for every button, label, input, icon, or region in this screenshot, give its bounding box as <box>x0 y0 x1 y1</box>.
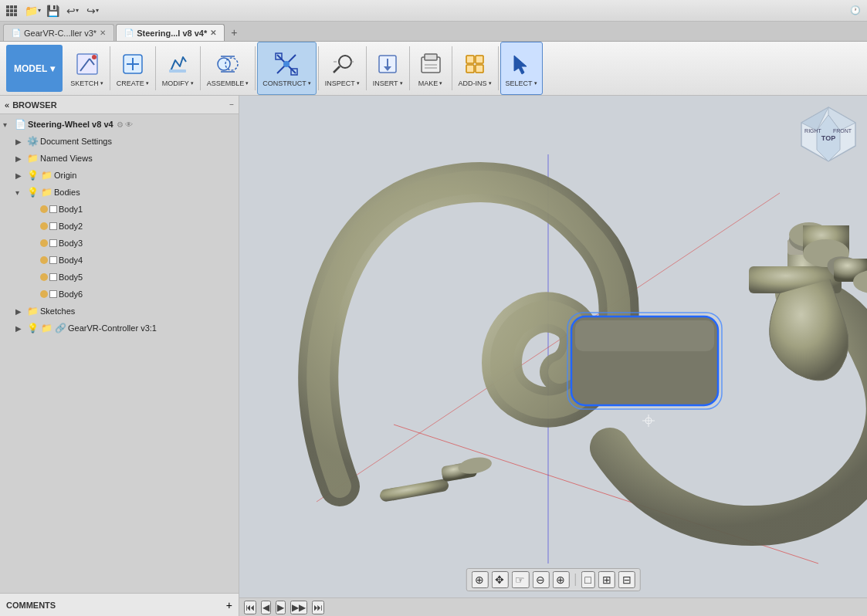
body1-square <box>49 205 57 213</box>
play-end-button[interactable]: ⏭ <box>312 601 324 614</box>
content-area: « BROWSER − ▾ 📄 Steering-Wheel v8 v4 ⚙ 👁 <box>0 96 867 616</box>
svg-text:FRONT: FRONT <box>833 128 852 134</box>
tree-gearvr[interactable]: ▶ 💡 📁 🔗 GearVR-Controller v3:1 <box>0 320 239 337</box>
tree-bodies[interactable]: ▾ 💡 📁 Bodies <box>0 184 239 201</box>
browser-tree: ▾ 📄 Steering-Wheel v8 v4 ⚙ 👁 ▶ ⚙️ Docume… <box>0 114 239 593</box>
bodies-label: Bodies <box>54 188 80 197</box>
tree-body1[interactable]: Body1 <box>0 201 239 218</box>
app: 📁▾ 💾 ↩▾ ↪▾ 🕐 📄 GearVR-C...ller v3* ✕ 📄 S… <box>0 0 867 616</box>
play-play-button[interactable]: ▶ <box>276 601 286 614</box>
toolbar-addins[interactable]: ADD-INS ▾ <box>454 42 496 95</box>
gearvr-expand[interactable]: ▶ <box>15 324 26 333</box>
toolbar-insert[interactable]: INSERT ▾ <box>368 42 408 95</box>
view-display-button[interactable]: □ <box>581 571 594 588</box>
sketches-label: Sketches <box>40 306 75 316</box>
body2-bullet <box>40 222 48 230</box>
play-prev-button[interactable]: ◀ <box>261 601 271 614</box>
tree-body6[interactable]: Body6 <box>0 286 239 303</box>
root-expand[interactable]: ▾ <box>3 120 14 129</box>
sketch-label: SKETCH ▾ <box>70 80 103 87</box>
origin-label: Origin <box>54 171 76 180</box>
body4-label: Body4 <box>59 256 83 265</box>
origin-expand[interactable]: ▶ <box>15 171 26 180</box>
tree-root[interactable]: ▾ 📄 Steering-Wheel v8 v4 ⚙ 👁 <box>0 116 239 133</box>
root-settings: ⚙ <box>117 120 124 129</box>
tab-gearvr[interactable]: 📄 GearVR-C...ller v3* ✕ <box>3 24 114 41</box>
construct-label: CONSTRUCT ▾ <box>262 80 311 87</box>
toolbar: MODEL ▾ SKETCH ▾ CREATE ▾ <box>0 42 867 96</box>
tab-steering-close[interactable]: ✕ <box>210 29 216 37</box>
tab-steering[interactable]: 📄 Steering...l v8 v4* ✕ <box>116 24 225 41</box>
body5-bullet <box>40 273 48 281</box>
toolbar-sketch[interactable]: SKETCH ▾ <box>66 42 108 95</box>
view-look-button[interactable]: ☞ <box>511 571 529 588</box>
browser-title: BROWSER <box>12 100 56 110</box>
svg-point-14 <box>283 61 290 67</box>
tab-add-button[interactable]: + <box>226 24 242 41</box>
model-button[interactable]: MODEL ▾ <box>6 45 63 92</box>
view-grid-button[interactable]: ⊞ <box>598 571 615 588</box>
tree-body2[interactable]: Body2 <box>0 218 239 235</box>
doc-settings-expand[interactable]: ▶ <box>15 137 26 146</box>
tree-body5[interactable]: Body5 <box>0 269 239 286</box>
named-views-expand[interactable]: ▶ <box>15 154 26 163</box>
save-button[interactable]: 💾 <box>43 3 62 19</box>
view-zoomout-button[interactable]: ⊖ <box>532 571 549 588</box>
comments-panel: COMMENTS + <box>0 593 239 616</box>
toolbar-construct[interactable]: CONSTRUCT ▾ <box>257 42 317 95</box>
tree-body3[interactable]: Body3 <box>0 235 239 252</box>
toolbar-make[interactable]: MAKE ▾ <box>411 42 450 95</box>
root-eye: 👁 <box>125 120 133 129</box>
3d-model-view <box>239 96 867 597</box>
svg-point-3 <box>92 55 97 59</box>
comments-add-button[interactable]: + <box>226 599 232 611</box>
nav-cube[interactable]: TOP FRONT RIGHT <box>798 103 859 165</box>
browser-header: « BROWSER − <box>0 96 239 114</box>
tree-body4[interactable]: Body4 <box>0 252 239 269</box>
tree-origin[interactable]: ▶ 💡 📁 Origin <box>0 167 239 184</box>
view-zoomin-button[interactable]: ⊕ <box>552 571 569 588</box>
sketch-icon <box>73 50 101 78</box>
tree-doc-settings[interactable]: ▶ ⚙️ Document Settings <box>0 133 239 150</box>
titlebar: 📁▾ 💾 ↩▾ ↪▾ 🕐 <box>0 0 867 22</box>
tree-named-views[interactable]: ▶ 📁 Named Views <box>0 150 239 167</box>
toolbar-modify[interactable]: MODIFY ▾ <box>157 42 198 95</box>
view-pan-button[interactable]: ✥ <box>491 571 508 588</box>
toolbar-select[interactable]: SELECT ▾ <box>500 42 543 95</box>
tree-sketches[interactable]: ▶ 📁 Sketches <box>0 303 239 320</box>
file-menu-button[interactable]: 📁▾ <box>23 3 42 19</box>
svg-rect-30 <box>466 65 474 73</box>
svg-rect-37 <box>379 479 449 503</box>
toolbar-assemble[interactable]: ASSEMBLE ▾ <box>202 42 254 95</box>
sep1 <box>110 46 110 90</box>
bodies-eye-icon: 💡 <box>26 186 39 198</box>
browser-collapse-icon[interactable]: « <box>5 100 9 110</box>
sketches-expand[interactable]: ▶ <box>15 307 26 316</box>
undo-button[interactable]: ↩▾ <box>63 3 82 19</box>
body6-bullet <box>40 290 48 298</box>
play-start-button[interactable]: ⏮ <box>244 601 256 614</box>
view-sep <box>574 574 575 586</box>
root-icon: 📄 <box>14 118 26 130</box>
named-views-label: Named Views <box>40 154 93 163</box>
play-next-button[interactable]: ▶▶ <box>290 601 307 614</box>
toolbar-inspect[interactable]: INSPECT ▾ <box>320 42 364 95</box>
view-display2-button[interactable]: ⊟ <box>618 571 635 588</box>
svg-text:RIGHT: RIGHT <box>804 128 822 134</box>
app-grid-icon[interactable] <box>6 5 17 16</box>
browser-minus-button[interactable]: − <box>229 100 234 109</box>
view-orbit-button[interactable]: ⊕ <box>471 571 488 588</box>
gearvr-folder-icon: 📁 <box>40 322 52 334</box>
viewport[interactable]: TOP FRONT RIGHT ⊕ ✥ ☞ ⊖ ⊕ □ ⊞ ⊟ <box>239 96 867 597</box>
svg-point-8 <box>218 58 230 70</box>
inspect-label: INSPECT ▾ <box>325 80 360 87</box>
svg-text:TOP: TOP <box>821 134 835 142</box>
clock-icon: 🕐 <box>850 5 861 15</box>
toolbar-create[interactable]: CREATE ▾ <box>112 42 154 95</box>
modify-icon <box>164 50 191 78</box>
modify-label: MODIFY ▾ <box>162 80 194 87</box>
bodies-expand[interactable]: ▾ <box>15 188 26 197</box>
redo-button[interactable]: ↪▾ <box>83 3 102 19</box>
tab-gearvr-close[interactable]: ✕ <box>100 29 106 37</box>
inspect-icon <box>328 50 356 78</box>
